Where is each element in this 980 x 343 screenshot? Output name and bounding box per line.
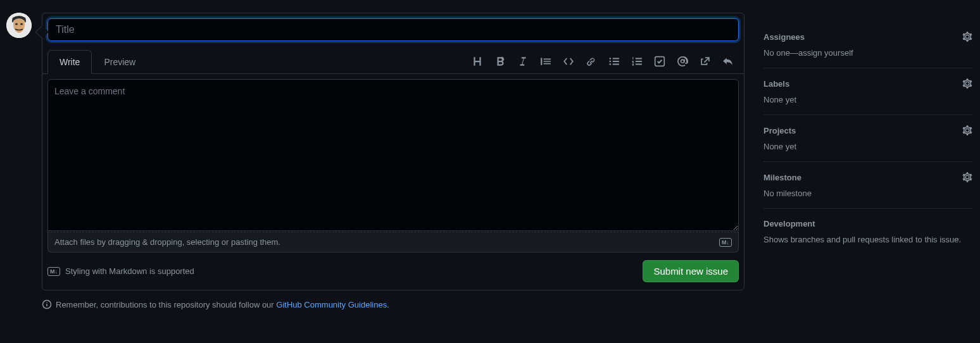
svg-point-2 (20, 23, 23, 25)
link-icon[interactable] (586, 56, 597, 67)
labels-value: None yet (763, 95, 972, 104)
cross-reference-icon[interactable] (700, 56, 711, 67)
markdown-badge-icon[interactable]: M↓ (719, 238, 732, 247)
contribution-guidelines: Remember, contributions to this reposito… (42, 299, 744, 309)
reply-icon[interactable] (722, 56, 734, 67)
unordered-list-icon[interactable] (608, 56, 620, 67)
svg-point-3 (609, 58, 611, 59)
assignees-value: No one—assign yourself (763, 48, 972, 58)
attach-label: Attach files by dragging & dropping, sel… (54, 237, 280, 247)
assign-yourself-link[interactable]: assign yourself (798, 48, 853, 58)
markdown-toolbar (472, 56, 739, 73)
info-icon (42, 299, 52, 309)
user-avatar[interactable] (6, 13, 32, 38)
bold-icon[interactable] (494, 56, 506, 67)
editor-tabs: Write Preview (47, 50, 148, 73)
attach-files-bar[interactable]: Attach files by dragging & dropping, sel… (47, 232, 739, 253)
development-header: Development (763, 219, 972, 228)
ordered-list-icon[interactable] (631, 56, 643, 67)
svg-point-4 (609, 61, 611, 63)
gear-icon (962, 32, 972, 42)
projects-header[interactable]: Projects (763, 125, 972, 135)
assignees-header[interactable]: Assignees (763, 32, 972, 42)
svg-point-1 (15, 23, 18, 25)
development-value: Shows branches and pull requests linked … (763, 235, 972, 244)
gear-icon (962, 172, 972, 182)
gear-icon (962, 78, 972, 89)
submit-issue-button[interactable]: Submit new issue (643, 260, 739, 282)
markdown-icon: M↓ (47, 267, 60, 276)
community-guidelines-link[interactable]: GitHub Community Guidelines (276, 300, 387, 309)
tasklist-icon[interactable] (654, 56, 665, 67)
milestone-value: No milestone (763, 189, 972, 198)
quote-icon[interactable] (540, 56, 551, 67)
svg-point-9 (46, 302, 47, 302)
labels-header[interactable]: Labels (763, 78, 972, 89)
code-icon[interactable] (563, 56, 574, 67)
issue-title-input[interactable] (47, 18, 739, 41)
issue-comment-textarea[interactable] (47, 79, 739, 231)
gear-icon (962, 125, 972, 135)
preview-tab[interactable]: Preview (92, 50, 148, 74)
issue-sidebar: Assignees No one—assign yourself Labels … (763, 13, 972, 309)
italic-icon[interactable] (517, 56, 529, 67)
svg-point-5 (609, 63, 611, 65)
issue-form: Write Preview (42, 13, 744, 290)
mention-icon[interactable] (677, 56, 688, 67)
heading-icon[interactable] (472, 56, 483, 67)
write-tab[interactable]: Write (47, 50, 92, 74)
milestone-header[interactable]: Milestone (763, 172, 972, 182)
projects-value: None yet (763, 142, 972, 151)
markdown-support-link[interactable]: M↓ Styling with Markdown is supported (47, 266, 194, 276)
